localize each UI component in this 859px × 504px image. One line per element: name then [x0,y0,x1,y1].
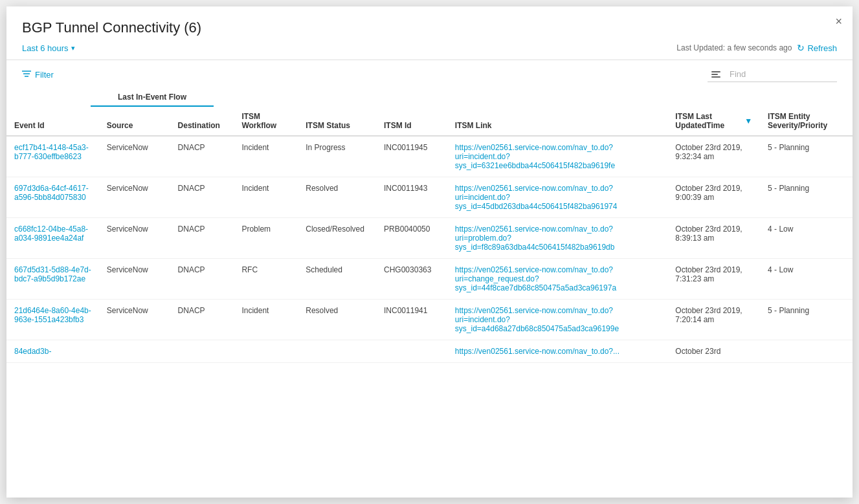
cell-itsm-entity [760,340,853,363]
col-header-source: Source [99,107,170,136]
cell-itsm-status: Resolved [298,177,376,218]
cell-event-id[interactable]: 697d3d6a-64cf-4617-a596-5bb84d075830 [6,177,99,218]
filter-button[interactable]: Filter [22,69,54,80]
search-input[interactable] [730,69,833,79]
cell-itsm-last-updated: October 23rd 2019, 8:39:13 am [667,218,760,259]
cell-itsm-entity: 4 - Low [760,259,853,300]
cell-itsm-link[interactable]: https://ven02561.service-now.com/nav_to.… [447,259,667,300]
cell-itsm-workflow: RFC [234,259,298,300]
close-button[interactable]: × [835,16,842,27]
cell-source: ServiceNow [99,300,170,340]
cell-destination: DNACP [170,136,234,177]
col-header-event-id: Event Id [6,107,99,136]
modal-title: BGP Tunnel Connectivity (6) [22,19,837,36]
cell-event-id[interactable]: c668fc12-04be-45a8-a034-9891ee4a24af [6,218,99,259]
cell-destination: DNACP [170,218,234,259]
col-header-itsm-last-updated[interactable]: ITSM Last UpdatedTime ▼ [667,107,760,136]
cell-event-id[interactable]: 667d5d31-5d88-4e7d-bdc7-a9b5d9b172ae [6,259,99,300]
filter-icon [22,69,31,80]
header-controls: Last 6 hours ▾ Last Updated: a few secon… [22,43,837,60]
cell-itsm-entity: 5 - Planning [760,300,853,340]
filter-label: Filter [35,70,54,80]
cell-destination: DNACP [170,259,234,300]
toolbar: Filter [6,60,853,89]
cell-itsm-workflow [234,340,298,363]
col-header-itsm-status: ITSM Status [298,107,376,136]
cell-source: ServiceNow [99,259,170,300]
time-filter-button[interactable]: Last 6 hours ▾ [22,43,75,53]
refresh-icon: ↻ [797,43,805,53]
cell-itsm-entity: 5 - Planning [760,136,853,177]
col-header-itsm-link: ITSM Link [447,107,667,136]
last-updated-info: Last Updated: a few seconds ago ↻ Refres… [676,43,837,53]
cell-itsm-status: Resolved [298,300,376,340]
col-header-destination: Destination [170,107,234,136]
col-header-itsm-id: ITSM Id [376,107,447,136]
cell-source: ServiceNow [99,136,170,177]
cell-itsm-workflow: Incident [234,136,298,177]
search-icon [711,71,720,78]
chevron-down-icon: ▾ [71,44,75,52]
col-header-itsm-entity: ITSM Entity Severity/Priority [760,107,853,136]
cell-itsm-id: INC0011941 [376,300,447,340]
cell-destination [170,340,234,363]
cell-itsm-last-updated: October 23rd [667,340,760,363]
cell-itsm-link[interactable]: https://ven02561.service-now.com/nav_to.… [447,300,667,340]
last-updated-text: Last Updated: a few seconds ago [676,43,792,52]
cell-itsm-status: In Progress [298,136,376,177]
col-header-itsm-workflow: ITSM Workflow [234,107,298,136]
table-row: ecf17b41-4148-45a3-b777-630effbe8623Serv… [6,136,853,177]
cell-itsm-entity: 4 - Low [760,218,853,259]
cell-itsm-id: PRB0040050 [376,218,447,259]
cell-itsm-id: INC0011943 [376,177,447,218]
table-row: 21d6464e-8a60-4e4b-963e-1551a423bfb3Serv… [6,300,853,340]
cell-itsm-last-updated: October 23rd 2019, 9:32:34 am [667,136,760,177]
cell-itsm-id [376,340,447,363]
table-row: 667d5d31-5d88-4e7d-bdc7-a9b5d9b172aeServ… [6,259,853,300]
table-container: Last In-Event Flow Event Id Source Desti… [6,89,853,498]
cell-itsm-workflow: Incident [234,300,298,340]
cell-itsm-link[interactable]: https://ven02561.service-now.com/nav_to.… [447,340,667,363]
cell-itsm-id: CHG0030363 [376,259,447,300]
cell-itsm-status: Closed/Resolved [298,218,376,259]
cell-source [99,340,170,363]
cell-event-id[interactable]: ecf17b41-4148-45a3-b777-630effbe8623 [6,136,99,177]
cell-event-id[interactable]: 84edad3b- [6,340,99,363]
cell-itsm-last-updated: October 23rd 2019, 9:00:39 am [667,177,760,218]
cell-source: ServiceNow [99,218,170,259]
cell-destination: DNACP [170,177,234,218]
cell-itsm-status [298,340,376,363]
refresh-button[interactable]: ↻ Refresh [797,43,837,53]
data-table: Last In-Event Flow Event Id Source Desti… [6,89,853,363]
cell-itsm-last-updated: October 23rd 2019, 7:31:23 am [667,259,760,300]
cell-itsm-workflow: Incident [234,177,298,218]
cell-itsm-entity: 5 - Planning [760,177,853,218]
last-in-event-flow-header: Last In-Event Flow [91,89,214,107]
sort-down-icon: ▼ [744,116,752,126]
cell-itsm-id: INC0011945 [376,136,447,177]
cell-source: ServiceNow [99,177,170,218]
cell-destination: DNACP [170,300,234,340]
cell-event-id[interactable]: 21d6464e-8a60-4e4b-963e-1551a423bfb3 [6,300,99,340]
cell-itsm-link[interactable]: https://ven02561.service-now.com/nav_to.… [447,136,667,177]
cell-itsm-link[interactable]: https://ven02561.service-now.com/nav_to.… [447,177,667,218]
time-filter-label: Last 6 hours [22,43,69,53]
table-row: c668fc12-04be-45a8-a034-9891ee4a24afServ… [6,218,853,259]
cell-itsm-link[interactable]: https://ven02561.service-now.com/nav_to.… [447,218,667,259]
cell-itsm-status: Scheduled [298,259,376,300]
search-container [708,67,837,82]
modal-header: BGP Tunnel Connectivity (6) Last 6 hours… [6,6,853,60]
table-row: 697d3d6a-64cf-4617-a596-5bb84d075830Serv… [6,177,853,218]
modal-container: × BGP Tunnel Connectivity (6) Last 6 hou… [6,6,853,498]
table-row: 84edad3b-https://ven02561.service-now.co… [6,340,853,363]
cell-itsm-last-updated: October 23rd 2019, 7:20:14 am [667,300,760,340]
cell-itsm-workflow: Problem [234,218,298,259]
refresh-label: Refresh [807,43,837,53]
